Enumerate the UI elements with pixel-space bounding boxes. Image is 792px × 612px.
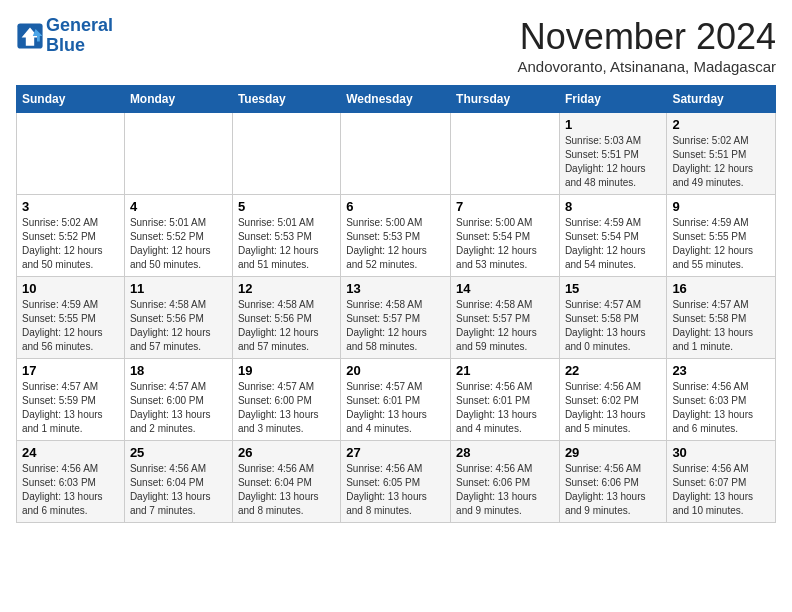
calendar-cell: 20Sunrise: 4:57 AM Sunset: 6:01 PM Dayli…: [341, 359, 451, 441]
calendar-cell: 10Sunrise: 4:59 AM Sunset: 5:55 PM Dayli…: [17, 277, 125, 359]
day-info: Sunrise: 4:57 AM Sunset: 5:58 PM Dayligh…: [565, 298, 661, 354]
calendar-cell: 5Sunrise: 5:01 AM Sunset: 5:53 PM Daylig…: [232, 195, 340, 277]
day-number: 5: [238, 199, 335, 214]
day-number: 6: [346, 199, 445, 214]
col-wednesday: Wednesday: [341, 86, 451, 113]
calendar-cell: 22Sunrise: 4:56 AM Sunset: 6:02 PM Dayli…: [559, 359, 666, 441]
day-number: 9: [672, 199, 770, 214]
logo: General Blue: [16, 16, 113, 56]
day-number: 15: [565, 281, 661, 296]
day-number: 1: [565, 117, 661, 132]
day-number: 3: [22, 199, 119, 214]
calendar-cell: 24Sunrise: 4:56 AM Sunset: 6:03 PM Dayli…: [17, 441, 125, 523]
day-info: Sunrise: 4:56 AM Sunset: 6:02 PM Dayligh…: [565, 380, 661, 436]
col-tuesday: Tuesday: [232, 86, 340, 113]
calendar-week-5: 24Sunrise: 4:56 AM Sunset: 6:03 PM Dayli…: [17, 441, 776, 523]
day-info: Sunrise: 5:00 AM Sunset: 5:54 PM Dayligh…: [456, 216, 554, 272]
calendar-cell: 27Sunrise: 4:56 AM Sunset: 6:05 PM Dayli…: [341, 441, 451, 523]
calendar-cell: [17, 113, 125, 195]
day-info: Sunrise: 5:02 AM Sunset: 5:52 PM Dayligh…: [22, 216, 119, 272]
day-info: Sunrise: 4:59 AM Sunset: 5:55 PM Dayligh…: [22, 298, 119, 354]
day-info: Sunrise: 5:00 AM Sunset: 5:53 PM Dayligh…: [346, 216, 445, 272]
calendar-week-3: 10Sunrise: 4:59 AM Sunset: 5:55 PM Dayli…: [17, 277, 776, 359]
calendar-cell: 26Sunrise: 4:56 AM Sunset: 6:04 PM Dayli…: [232, 441, 340, 523]
calendar-cell: 29Sunrise: 4:56 AM Sunset: 6:06 PM Dayli…: [559, 441, 666, 523]
calendar-week-1: 1Sunrise: 5:03 AM Sunset: 5:51 PM Daylig…: [17, 113, 776, 195]
logo-icon: [16, 22, 44, 50]
day-number: 10: [22, 281, 119, 296]
col-sunday: Sunday: [17, 86, 125, 113]
day-info: Sunrise: 4:56 AM Sunset: 6:06 PM Dayligh…: [456, 462, 554, 518]
calendar-cell: 12Sunrise: 4:58 AM Sunset: 5:56 PM Dayli…: [232, 277, 340, 359]
col-saturday: Saturday: [667, 86, 776, 113]
day-info: Sunrise: 4:56 AM Sunset: 6:04 PM Dayligh…: [238, 462, 335, 518]
calendar-cell: 13Sunrise: 4:58 AM Sunset: 5:57 PM Dayli…: [341, 277, 451, 359]
col-friday: Friday: [559, 86, 666, 113]
day-info: Sunrise: 4:56 AM Sunset: 6:01 PM Dayligh…: [456, 380, 554, 436]
calendar-body: 1Sunrise: 5:03 AM Sunset: 5:51 PM Daylig…: [17, 113, 776, 523]
logo-line2: Blue: [46, 36, 113, 56]
calendar-cell: 7Sunrise: 5:00 AM Sunset: 5:54 PM Daylig…: [451, 195, 560, 277]
calendar-cell: 18Sunrise: 4:57 AM Sunset: 6:00 PM Dayli…: [124, 359, 232, 441]
calendar-cell: 21Sunrise: 4:56 AM Sunset: 6:01 PM Dayli…: [451, 359, 560, 441]
col-monday: Monday: [124, 86, 232, 113]
day-info: Sunrise: 4:57 AM Sunset: 5:59 PM Dayligh…: [22, 380, 119, 436]
col-thursday: Thursday: [451, 86, 560, 113]
calendar-cell: 9Sunrise: 4:59 AM Sunset: 5:55 PM Daylig…: [667, 195, 776, 277]
day-number: 2: [672, 117, 770, 132]
calendar-week-4: 17Sunrise: 4:57 AM Sunset: 5:59 PM Dayli…: [17, 359, 776, 441]
calendar-cell: 11Sunrise: 4:58 AM Sunset: 5:56 PM Dayli…: [124, 277, 232, 359]
calendar-cell: 4Sunrise: 5:01 AM Sunset: 5:52 PM Daylig…: [124, 195, 232, 277]
day-number: 4: [130, 199, 227, 214]
calendar-cell: [232, 113, 340, 195]
day-number: 21: [456, 363, 554, 378]
day-number: 14: [456, 281, 554, 296]
day-number: 29: [565, 445, 661, 460]
day-number: 13: [346, 281, 445, 296]
day-number: 8: [565, 199, 661, 214]
day-number: 26: [238, 445, 335, 460]
calendar-cell: 16Sunrise: 4:57 AM Sunset: 5:58 PM Dayli…: [667, 277, 776, 359]
calendar-week-2: 3Sunrise: 5:02 AM Sunset: 5:52 PM Daylig…: [17, 195, 776, 277]
calendar-cell: 19Sunrise: 4:57 AM Sunset: 6:00 PM Dayli…: [232, 359, 340, 441]
calendar-cell: 14Sunrise: 4:58 AM Sunset: 5:57 PM Dayli…: [451, 277, 560, 359]
day-number: 12: [238, 281, 335, 296]
calendar-cell: 3Sunrise: 5:02 AM Sunset: 5:52 PM Daylig…: [17, 195, 125, 277]
day-number: 23: [672, 363, 770, 378]
day-info: Sunrise: 4:58 AM Sunset: 5:56 PM Dayligh…: [238, 298, 335, 354]
day-info: Sunrise: 4:56 AM Sunset: 6:06 PM Dayligh…: [565, 462, 661, 518]
day-number: 20: [346, 363, 445, 378]
calendar-cell: 8Sunrise: 4:59 AM Sunset: 5:54 PM Daylig…: [559, 195, 666, 277]
day-number: 28: [456, 445, 554, 460]
day-info: Sunrise: 5:01 AM Sunset: 5:53 PM Dayligh…: [238, 216, 335, 272]
calendar-cell: [451, 113, 560, 195]
calendar-cell: [124, 113, 232, 195]
month-title: November 2024: [517, 16, 776, 58]
calendar-cell: 15Sunrise: 4:57 AM Sunset: 5:58 PM Dayli…: [559, 277, 666, 359]
day-number: 17: [22, 363, 119, 378]
day-info: Sunrise: 5:03 AM Sunset: 5:51 PM Dayligh…: [565, 134, 661, 190]
day-info: Sunrise: 4:56 AM Sunset: 6:04 PM Dayligh…: [130, 462, 227, 518]
day-number: 11: [130, 281, 227, 296]
title-section: November 2024 Andovoranto, Atsinanana, M…: [517, 16, 776, 75]
day-info: Sunrise: 5:02 AM Sunset: 5:51 PM Dayligh…: [672, 134, 770, 190]
day-info: Sunrise: 4:59 AM Sunset: 5:54 PM Dayligh…: [565, 216, 661, 272]
calendar-cell: 25Sunrise: 4:56 AM Sunset: 6:04 PM Dayli…: [124, 441, 232, 523]
day-info: Sunrise: 5:01 AM Sunset: 5:52 PM Dayligh…: [130, 216, 227, 272]
day-info: Sunrise: 4:56 AM Sunset: 6:03 PM Dayligh…: [672, 380, 770, 436]
day-info: Sunrise: 4:57 AM Sunset: 6:00 PM Dayligh…: [238, 380, 335, 436]
logo-line1: General: [46, 16, 113, 36]
calendar-cell: 17Sunrise: 4:57 AM Sunset: 5:59 PM Dayli…: [17, 359, 125, 441]
day-info: Sunrise: 4:57 AM Sunset: 5:58 PM Dayligh…: [672, 298, 770, 354]
day-info: Sunrise: 4:56 AM Sunset: 6:03 PM Dayligh…: [22, 462, 119, 518]
day-number: 25: [130, 445, 227, 460]
day-info: Sunrise: 4:59 AM Sunset: 5:55 PM Dayligh…: [672, 216, 770, 272]
day-number: 30: [672, 445, 770, 460]
calendar-cell: 30Sunrise: 4:56 AM Sunset: 6:07 PM Dayli…: [667, 441, 776, 523]
calendar-table: Sunday Monday Tuesday Wednesday Thursday…: [16, 85, 776, 523]
day-info: Sunrise: 4:58 AM Sunset: 5:56 PM Dayligh…: [130, 298, 227, 354]
day-number: 7: [456, 199, 554, 214]
day-info: Sunrise: 4:56 AM Sunset: 6:07 PM Dayligh…: [672, 462, 770, 518]
header-row: Sunday Monday Tuesday Wednesday Thursday…: [17, 86, 776, 113]
day-number: 27: [346, 445, 445, 460]
